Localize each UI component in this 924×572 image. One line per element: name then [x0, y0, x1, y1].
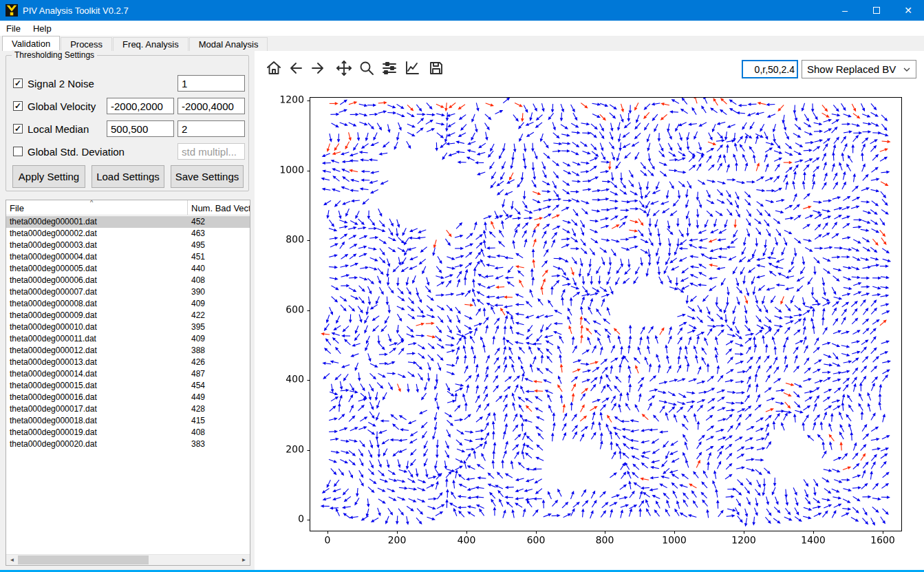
forward-button[interactable] — [308, 59, 327, 78]
zoom-icon — [358, 60, 375, 76]
close-button[interactable]: ✕ — [892, 0, 924, 21]
table-row[interactable]: theta000deg000011.dat409 — [6, 333, 250, 345]
zoom-button[interactable] — [357, 59, 376, 78]
file-cell: theta000deg000008.dat — [6, 298, 188, 310]
quiver-plot-canvas[interactable] — [255, 51, 924, 570]
local-median-threshold-input[interactable] — [178, 120, 245, 137]
chevron-down-icon — [903, 65, 911, 74]
bad-vector-count-cell: 422 — [188, 310, 205, 321]
save-settings-button[interactable]: Save Settings — [171, 165, 244, 188]
global-std-multiplier-input[interactable] — [178, 143, 245, 160]
table-row[interactable]: theta000deg000006.dat408 — [6, 275, 250, 286]
configure-subplots-button[interactable] — [380, 59, 399, 78]
file-cell: theta000deg000012.dat — [6, 345, 188, 357]
tab-validation[interactable]: Validation — [2, 36, 60, 51]
home-button[interactable] — [264, 59, 283, 78]
local-median-window-input[interactable] — [107, 120, 174, 137]
table-row[interactable]: theta000deg000017.dat428 — [6, 403, 250, 415]
table-row[interactable]: theta000deg000014.dat487 — [6, 368, 250, 380]
table-row[interactable]: theta000deg000005.dat440 — [6, 263, 250, 275]
subplots-icon — [381, 60, 398, 76]
global-velocity-row: Global Velocity — [13, 98, 96, 114]
sort-ascending-icon: ^ — [90, 200, 93, 206]
scroll-left-icon[interactable]: ◄ — [6, 555, 18, 565]
file-cell: theta000deg000010.dat — [6, 321, 188, 333]
vector-scale-input[interactable] — [742, 60, 798, 78]
scroll-right-icon[interactable]: ► — [238, 555, 250, 565]
local-median-checkbox[interactable] — [13, 124, 23, 134]
bad-vector-count-cell: 409 — [188, 298, 205, 310]
signal2noise-row: Signal 2 Noise — [13, 75, 94, 92]
file-cell: theta000deg000011.dat — [6, 333, 188, 345]
file-cell: theta000deg000015.dat — [6, 380, 188, 392]
table-row[interactable]: theta000deg000002.dat463 — [6, 228, 250, 240]
save-icon — [428, 60, 444, 76]
bad-vector-count-cell: 408 — [188, 275, 205, 286]
local-median-label: Local Median — [28, 123, 89, 135]
signal2noise-checkbox[interactable] — [13, 78, 23, 88]
file-cell: theta000deg000014.dat — [6, 368, 188, 380]
show-replaced-bv-dropdown[interactable]: Show Replaced BV — [802, 60, 916, 78]
menu-help[interactable]: Help — [27, 21, 58, 36]
table-row[interactable]: theta000deg000013.dat426 — [6, 357, 250, 368]
bad-vector-count-cell: 415 — [188, 415, 205, 427]
titlebar: PIV Analysis Toolkit V0.2.7 – ✕ — [0, 0, 924, 21]
load-settings-button[interactable]: Load Settings — [92, 165, 164, 188]
file-cell: theta000deg000002.dat — [6, 228, 188, 240]
back-icon — [288, 60, 304, 76]
table-row[interactable]: theta000deg000016.dat449 — [6, 392, 250, 403]
customize-axes-button[interactable] — [402, 59, 422, 78]
back-button[interactable] — [286, 59, 305, 78]
bad-vector-count-cell: 409 — [188, 333, 205, 345]
pan-icon — [336, 60, 352, 76]
table-row[interactable]: theta000deg000012.dat388 — [6, 345, 250, 357]
table-row[interactable]: theta000deg000004.dat451 — [6, 251, 250, 263]
tab-process[interactable]: Process — [61, 37, 112, 51]
signal2noise-input[interactable] — [178, 75, 245, 92]
table-row[interactable]: theta000deg000001.dat452 — [6, 216, 250, 228]
table-row[interactable]: theta000deg000010.dat395 — [6, 321, 250, 333]
table-row[interactable]: theta000deg000003.dat495 — [6, 240, 250, 251]
file-cell: theta000deg000020.dat — [6, 438, 188, 450]
scrollbar-thumb[interactable] — [18, 555, 149, 564]
bad-vector-count-cell: 383 — [188, 438, 205, 450]
file-cell: theta000deg000018.dat — [6, 415, 188, 427]
file-cell: theta000deg000005.dat — [6, 263, 188, 275]
table-row[interactable]: theta000deg000007.dat390 — [6, 286, 250, 298]
table-row[interactable]: theta000deg000015.dat454 — [6, 380, 250, 392]
apply-settings-button[interactable]: Apply Setting — [12, 165, 85, 188]
file-cell: theta000deg000017.dat — [6, 403, 188, 415]
tab-modal-analysis[interactable]: Modal Analysis — [189, 37, 268, 51]
file-cell: theta000deg000004.dat — [6, 251, 188, 263]
pan-button[interactable] — [334, 59, 354, 78]
menu-file[interactable]: File — [0, 21, 27, 36]
column-header-num-bad-vector[interactable]: Num. Bad Vector — [188, 200, 250, 215]
tab-freq-analysis[interactable]: Freq. Analysis — [113, 37, 189, 51]
global-std-checkbox[interactable] — [13, 147, 23, 156]
customize-axes-icon — [404, 60, 420, 76]
global-velocity-u-input[interactable] — [107, 98, 174, 114]
file-cell: theta000deg000009.dat — [6, 310, 188, 321]
column-header-file[interactable]: File — [6, 200, 188, 215]
table-row[interactable]: theta000deg000019.dat408 — [6, 427, 250, 438]
maximize-button[interactable] — [861, 0, 892, 21]
global-std-row: Global Std. Deviation — [13, 143, 125, 160]
bad-vector-count-cell: 390 — [188, 286, 205, 298]
global-velocity-v-input[interactable] — [178, 98, 245, 114]
forward-icon — [310, 60, 326, 76]
save-figure-button[interactable] — [427, 59, 446, 78]
window-controls: – ✕ — [829, 0, 924, 21]
table-row[interactable]: theta000deg000018.dat415 — [6, 415, 250, 427]
table-row[interactable]: theta000deg000009.dat422 — [6, 310, 250, 321]
table-row[interactable]: theta000deg000020.dat383 — [6, 438, 250, 450]
file-cell: theta000deg000016.dat — [6, 392, 188, 403]
global-velocity-checkbox[interactable] — [13, 101, 23, 111]
table-row[interactable]: theta000deg000008.dat409 — [6, 298, 250, 310]
global-velocity-label: Global Velocity — [28, 100, 96, 112]
plot-area: Show Replaced BV — [255, 51, 924, 570]
file-cell: theta000deg000006.dat — [6, 275, 188, 286]
bad-vector-count-cell: 451 — [188, 251, 205, 263]
signal2noise-label: Signal 2 Noise — [28, 78, 94, 89]
minimize-button[interactable]: – — [829, 0, 861, 21]
horizontal-scrollbar[interactable]: ◄ ► — [6, 554, 250, 565]
